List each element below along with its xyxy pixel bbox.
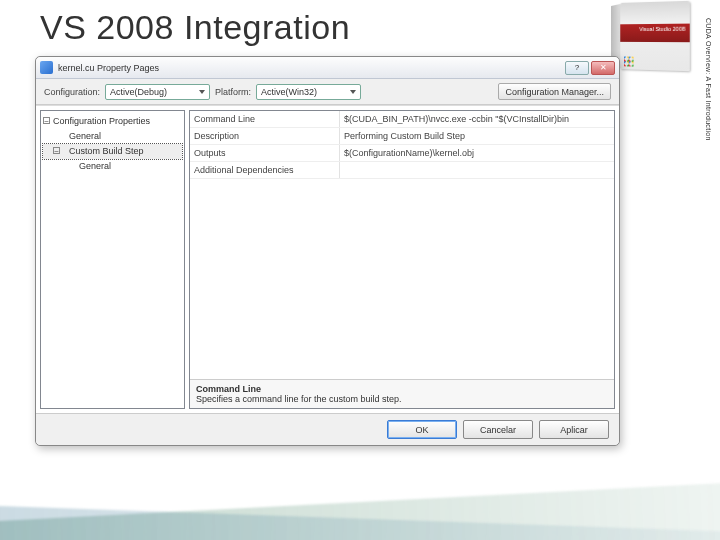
microsoft-logo-icon [624, 57, 633, 67]
prop-row[interactable]: Outputs $(ConfigurationName)\kernel.obj [190, 145, 614, 162]
platform-label: Platform: [215, 87, 251, 97]
prop-value[interactable]: $(CUDA_BIN_PATH)\nvcc.exe -ccbin "$(VCIn… [340, 111, 614, 127]
help-panel: Command Line Specifies a command line fo… [190, 379, 614, 408]
dialog-title: kernel.cu Property Pages [58, 63, 563, 73]
help-title: Command Line [196, 384, 608, 394]
prop-name: Command Line [190, 111, 340, 127]
tree-root-label: Configuration Properties [53, 116, 150, 126]
tree-custom-build-step[interactable]: – Custom Build Step [43, 144, 182, 159]
side-caption: CUDA Overview: A Fast Introduction [705, 18, 712, 141]
prop-row[interactable]: Additional Dependencies [190, 162, 614, 179]
property-grid: Command Line $(CUDA_BIN_PATH)\nvcc.exe -… [189, 110, 615, 409]
prop-value[interactable]: Performing Custom Build Step [340, 128, 614, 144]
help-description: Specifies a command line for the custom … [196, 394, 608, 404]
prop-name: Additional Dependencies [190, 162, 340, 178]
close-button[interactable]: ✕ [591, 61, 615, 75]
configuration-manager-button[interactable]: Configuration Manager... [498, 83, 611, 100]
app-icon [40, 61, 53, 74]
configuration-value: Active(Debug) [110, 87, 167, 97]
platform-value: Active(Win32) [261, 87, 317, 97]
configuration-combo[interactable]: Active(Debug) [105, 84, 210, 100]
collapse-icon[interactable]: – [53, 147, 60, 154]
tree-general[interactable]: General [43, 129, 182, 144]
property-pages-dialog: kernel.cu Property Pages ? ✕ Configurati… [35, 56, 620, 446]
prop-row[interactable]: Description Performing Custom Build Step [190, 128, 614, 145]
prop-value[interactable] [340, 162, 614, 178]
tree-custom-general[interactable]: General [43, 159, 182, 174]
product-box-label: Visual Studio 2008 [639, 26, 685, 32]
ok-button[interactable]: OK [387, 420, 457, 439]
config-toolbar: Configuration: Active(Debug) Platform: A… [36, 79, 619, 105]
platform-combo[interactable]: Active(Win32) [256, 84, 361, 100]
help-button[interactable]: ? [565, 61, 589, 75]
slide-title: VS 2008 Integration [40, 8, 350, 47]
tree-custom-label: Custom Build Step [69, 146, 144, 156]
prop-value[interactable]: $(ConfigurationName)\kernel.obj [340, 145, 614, 161]
prop-name: Outputs [190, 145, 340, 161]
configuration-label: Configuration: [44, 87, 100, 97]
dialog-titlebar: kernel.cu Property Pages ? ✕ [36, 57, 619, 79]
collapse-icon[interactable]: – [43, 117, 50, 124]
tree-root[interactable]: – Configuration Properties [43, 114, 182, 129]
prop-name: Description [190, 128, 340, 144]
cancel-button[interactable]: Cancelar [463, 420, 533, 439]
apply-button[interactable]: Aplicar [539, 420, 609, 439]
config-tree[interactable]: – Configuration Properties General – Cus… [40, 110, 185, 409]
decorative-footer [0, 470, 720, 540]
prop-row[interactable]: Command Line $(CUDA_BIN_PATH)\nvcc.exe -… [190, 111, 614, 128]
dialog-footer: OK Cancelar Aplicar [36, 413, 619, 445]
